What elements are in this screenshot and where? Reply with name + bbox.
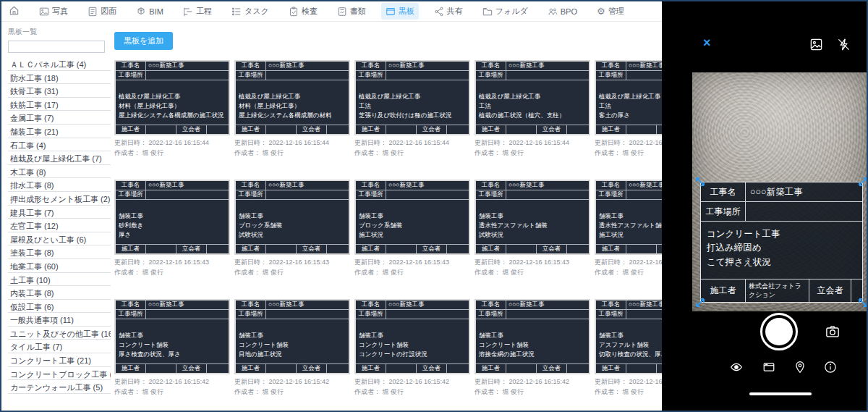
resize-handle-icon[interactable]	[856, 296, 867, 309]
sidebar-category-item[interactable]: カーテンウォール工事 (5)	[8, 380, 111, 394]
camera-flip-icon[interactable]	[825, 324, 840, 342]
card-witness-value	[207, 125, 229, 134]
search-input[interactable]	[8, 41, 105, 53]
sidebar-category-item[interactable]: 左官工事 (12)	[8, 219, 111, 232]
home-indicator-bar[interactable]	[749, 392, 812, 395]
blackboard-card[interactable]: 工事名 ○○○新築工事 工事場所 舗装工事 ブロック系舗装 試験状況 施工者 立…	[234, 180, 350, 277]
camera-viewfinder[interactable]: 工事名 ○○○新築工事 工事場所 コンクリート工事 打込み締固め こて押さえ状況…	[692, 72, 867, 311]
card-contractor-value	[626, 125, 657, 134]
sidebar-category-item[interactable]: 防水工事 (18)	[8, 71, 111, 85]
card-place-label: 工事場所	[236, 190, 266, 199]
blackboard-card[interactable]: 工事名 ○○○新築工事 工事場所 舗装工事 コンクリート舗装 厚さ検査の状況、厚…	[114, 299, 230, 397]
card-body-line: 屋上緑化システム各構成層の施工状況	[119, 111, 226, 120]
sidebar-category-item[interactable]: 地業工事 (60)	[8, 259, 111, 273]
category-list: ＡＬＣパネル工事 (4)防水工事 (18)鉄骨工事 (31)鉄筋工事 (17)金…	[8, 57, 111, 394]
sidebar-category-item[interactable]: 一般共通事項 (11)	[8, 313, 111, 327]
tab-drawings[interactable]: 図面	[83, 3, 121, 20]
sidebar-category-item[interactable]: 仮設工事 (6)	[8, 300, 111, 314]
blackboard-card[interactable]: 工事名 ○○○新築工事 工事場所 植栽及び屋上緑化工事 工法 芝張り及び吹付けは…	[354, 60, 470, 158]
add-blackboard-button[interactable]: 黒板を追加	[114, 32, 173, 50]
sidebar-category-item[interactable]: 塗装工事 (8)	[8, 245, 111, 259]
blackboard-card[interactable]: 工事名 ○○○新築工事 工事場所 植栽及び屋上緑化工事 材料（屋上緑化工事） 屋…	[234, 60, 350, 158]
blackboard-card[interactable]: 工事名 ○○○新築工事 工事場所 植栽及び屋上緑化工事 材料（屋上緑化工事） 屋…	[114, 60, 230, 158]
tab-folder[interactable]: フォルダ	[478, 3, 532, 20]
sidebar-category-item[interactable]: 押出成形セメント板工事 (2)	[8, 192, 111, 206]
card-place-value	[386, 190, 469, 199]
card-witness-label: 立会者	[537, 125, 567, 134]
tab-admin[interactable]: ⚙ 管理	[592, 3, 629, 20]
creator-prefix: 作成者：	[475, 269, 501, 276]
blackboard-card[interactable]: 工事名 ○○○新築工事 工事場所 舗装工事 コンクリート舗装 目地の施工状況 施…	[234, 299, 350, 397]
sidebar-category-item[interactable]: 金属工事 (7)	[8, 111, 111, 125]
sidebar-category-item[interactable]: 鉄骨工事 (31)	[8, 84, 111, 98]
location-pin-icon[interactable]	[793, 361, 807, 377]
blackboard-card[interactable]: 工事名 ○○○新築工事 工事場所 舗装工事 アスファルト舗装 切取り検査の状況、…	[595, 299, 662, 397]
blackboard-toggle-icon[interactable]	[762, 361, 775, 377]
blackboard-card[interactable]: 工事名 ○○○新築工事 工事場所 舗装工事 コンクリート舗装 コンクリートの打設…	[354, 299, 470, 397]
sidebar-category-item[interactable]: 土工事 (10)	[8, 273, 111, 287]
sidebar-category-item[interactable]: ＡＬＣパネル工事 (4)	[8, 57, 111, 71]
blackboard-card[interactable]: 工事名 ○○○新築工事 工事場所 舗装工事 砂利敷き 厚さ 施工者 立会者	[114, 180, 230, 277]
blackboard-card[interactable]: 工事名 ○○○新築工事 工事場所 舗装工事 ブロック系舗装 施工状況 施工者 立…	[354, 180, 470, 277]
card-body-line: 舗装工事	[239, 211, 346, 221]
card-witness-label: 立会者	[176, 125, 207, 134]
close-icon[interactable]: ×	[703, 36, 711, 49]
card-place-value	[506, 190, 589, 199]
shutter-button[interactable]	[760, 313, 798, 350]
blackboard-card[interactable]: 工事名 ○○○新築工事 工事場所 舗装工事 コンクリート舗装 溶接金網の施工状況…	[475, 299, 590, 397]
card-body-line: 屋上緑化システム各構成層の材料	[239, 111, 346, 120]
blackboard-card[interactable]: 工事名 ○○○新築工事 工事場所 植栽及び屋上緑化工事 工法 植栽の施工状況（植…	[475, 60, 590, 158]
tab-inspection[interactable]: 検査	[284, 3, 322, 20]
content-area: 黒板を追加 工事名 ○○○新築工事 工事場所 植栽及び屋上緑化工事 材料（屋上緑…	[111, 22, 662, 411]
creator-prefix: 作成者：	[114, 149, 140, 156]
card-name-label: 工事名	[356, 300, 386, 309]
photo-library-icon[interactable]	[809, 38, 823, 54]
resize-handle-icon[interactable]	[694, 175, 707, 188]
card-meta: 更新日時： 2022-12-16 16:15:44 作成者： 堀 俊行	[114, 138, 230, 158]
phone-blackboard-overlay[interactable]: 工事名 ○○○新築工事 工事場所 コンクリート工事 打込み締固め こて押さえ状況…	[700, 182, 863, 303]
sidebar-category-item[interactable]: ユニット及びその他工事 (16)	[8, 327, 111, 340]
creator-value: 堀 俊行	[503, 388, 524, 395]
resize-handle-icon[interactable]	[856, 175, 867, 188]
card-body: 舗装工事 砂利敷き 厚さ	[116, 200, 229, 244]
sidebar-category-item[interactable]: 植栽及び屋上緑化工事 (7)	[8, 151, 111, 165]
blackboard-card[interactable]: 工事名 ○○○新築工事 工事場所 植栽及び屋上緑化工事 工法 客土の厚さ 施工者…	[595, 60, 662, 158]
sidebar-category-item[interactable]: タイル工事 (7)	[8, 340, 111, 353]
sidebar-category-item[interactable]: コンクリート工事 (21)	[8, 353, 111, 367]
overlay-body: コンクリート工事 打込み締固め こて押さえ状況	[701, 222, 862, 279]
card-body: 舗装工事 コンクリート舗装 コンクリートの打設状況	[356, 319, 469, 363]
tab-photos[interactable]: 写真	[35, 3, 72, 20]
tab-bim[interactable]: BIM	[132, 4, 168, 20]
home-icon[interactable]	[9, 5, 20, 19]
sidebar-category-item[interactable]: 排水工事 (8)	[8, 178, 111, 192]
sidebar-category-item[interactable]: 石工事 (4)	[8, 138, 111, 152]
sidebar-category-item[interactable]: 鉄筋工事 (17)	[8, 98, 111, 112]
sidebar-title: 黒板一覧	[8, 27, 111, 37]
tab-bpo[interactable]: BPO	[543, 4, 582, 20]
sidebar-category-item[interactable]: コンクリートブロック工事 (5)	[8, 367, 111, 381]
card-witness-value	[327, 125, 349, 134]
card-contractor-value	[146, 245, 176, 253]
eye-icon[interactable]	[730, 361, 743, 377]
blackboard-card[interactable]: 工事名 ○○○新築工事 工事場所 舗装工事 透水性アスファルト舗装 施工状況 施…	[595, 180, 662, 277]
card-body-line: 工法	[479, 101, 586, 111]
card-witness-label: 立会者	[657, 125, 662, 134]
sidebar-category-item[interactable]: 建具工事 (7)	[8, 206, 111, 219]
card-contractor-label: 施工者	[236, 125, 266, 134]
tab-documents[interactable]: 書類	[333, 3, 370, 20]
tab-blackboard[interactable]: 黒板	[381, 3, 419, 20]
sidebar-category-item[interactable]: 木工事 (8)	[8, 165, 111, 179]
info-icon[interactable]	[824, 361, 837, 377]
tab-share[interactable]: 共有	[430, 3, 467, 20]
sidebar-category-item[interactable]: 舗装工事 (21)	[8, 125, 111, 138]
flash-off-icon[interactable]	[837, 38, 851, 54]
blackboard-card[interactable]: 工事名 ○○○新築工事 工事場所 舗装工事 透水性アスファルト舗装 試験状況 施…	[475, 180, 590, 277]
tab-tasks[interactable]: タスク	[227, 3, 273, 20]
updated-prefix: 更新日時：	[354, 378, 387, 385]
tab-schedule[interactable]: 工程	[179, 3, 216, 20]
gear-icon: ⚙	[597, 7, 605, 16]
sidebar-category-item[interactable]: 屋根及びとい工事 (6)	[8, 232, 111, 246]
card-project-value: ○○○新築工事	[506, 181, 589, 190]
resize-handle-icon[interactable]	[694, 296, 707, 309]
sidebar-category-item[interactable]: 内装工事 (8)	[8, 286, 111, 300]
